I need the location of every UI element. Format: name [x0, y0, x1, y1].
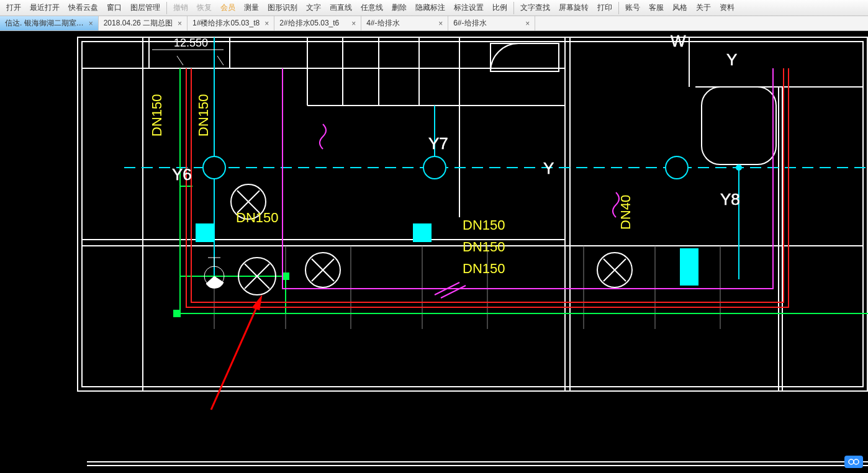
window-button[interactable]: 窗口 [103, 2, 125, 14]
svg-point-39 [736, 165, 741, 170]
svg-line-58 [211, 298, 261, 410]
tab-label: 1#楼给排水05.03_t8 [192, 18, 260, 29]
pipe-label: DN40 [618, 195, 633, 230]
redo-button[interactable]: 恢复 [193, 2, 215, 14]
document-tabbar: 信达. 银海御湖二期室… × 2018.04.26 二期总图 × 1#楼给排水0… [0, 16, 868, 31]
pipe-label: DN150 [236, 210, 278, 225]
separator [166, 2, 167, 14]
service-button[interactable]: 客服 [645, 2, 667, 14]
svg-rect-49 [413, 223, 432, 242]
drawing-canvas[interactable]: DN150 DN150 DN150 DN150 DN150 DN150 DN40… [0, 31, 868, 473]
tab-document-6[interactable]: 6#-给排水 × [448, 16, 535, 30]
find-text-button[interactable]: 文字查找 [517, 2, 554, 14]
main-toolbar: 打开 最近打开 快看云盘 窗口 图层管理 撤销 恢复 会员 测量 图形识别 文字… [0, 0, 868, 16]
tab-label: 6#-给排水 [453, 18, 520, 29]
style-button[interactable]: 风格 [669, 2, 691, 14]
delete-button[interactable]: 删除 [388, 2, 410, 14]
tab-label: 信达. 银海御湖二期室… [5, 18, 84, 29]
close-icon[interactable]: × [351, 19, 356, 28]
svg-rect-40 [174, 310, 180, 317]
svg-rect-48 [196, 223, 214, 242]
node-label: Y7 [428, 134, 448, 153]
hide-annot-button[interactable]: 隐藏标注 [412, 2, 449, 14]
svg-point-36 [203, 156, 225, 179]
node-label: Y8 [720, 190, 740, 209]
tab-label: 4#-给排水 [366, 18, 433, 29]
shape-recognize-button[interactable]: 图形识别 [264, 2, 301, 14]
tab-document-5[interactable]: 4#-给排水 × [361, 16, 448, 30]
pipe-label: DN150 [149, 94, 165, 137]
tab-document-2[interactable]: 2018.04.26 二期总图 × [99, 16, 188, 30]
svg-line-56 [177, 56, 183, 65]
svg-point-38 [666, 156, 688, 179]
close-icon[interactable]: × [89, 19, 93, 28]
node-label: Y [726, 50, 737, 69]
svg-rect-51 [680, 267, 698, 286]
scale-button[interactable]: 比例 [489, 2, 511, 14]
annot-setting-button[interactable]: 标注设置 [450, 2, 487, 14]
svg-rect-41 [283, 273, 289, 279]
svg-rect-50 [680, 248, 698, 267]
svg-point-61 [854, 459, 859, 464]
text-button[interactable]: 文字 [302, 2, 325, 14]
node-label: Y6 [172, 165, 192, 184]
node-label: W [671, 32, 686, 50]
rotate-screen-button[interactable]: 屏幕旋转 [555, 2, 592, 14]
resource-button[interactable]: 资料 [716, 2, 738, 14]
undo-button[interactable]: 撤销 [170, 2, 192, 14]
tab-document-3[interactable]: 1#楼给排水05.03_t8 × [188, 16, 274, 30]
recent-open-button[interactable]: 最近打开 [26, 2, 63, 14]
svg-point-60 [849, 459, 854, 464]
svg-line-57 [217, 56, 224, 65]
tab-document-1[interactable]: 信达. 银海御湖二期室… × [0, 16, 99, 30]
cad-drawing: DN150 DN150 DN150 DN150 DN150 DN150 DN40… [0, 31, 868, 473]
svg-line-47 [441, 286, 466, 298]
pipe-label: DN150 [463, 239, 505, 255]
svg-rect-15 [491, 43, 559, 71]
about-button[interactable]: 关于 [692, 2, 715, 14]
svg-rect-1 [82, 42, 863, 387]
arbitrary-line-button[interactable]: 任意线 [357, 2, 387, 14]
account-button[interactable]: 账号 [622, 2, 644, 14]
separator [618, 2, 619, 14]
separator [513, 2, 514, 14]
tab-document-4[interactable]: 2#给排水05.03_t6 × [274, 16, 361, 30]
open-button[interactable]: 打开 [2, 2, 25, 14]
svg-rect-0 [78, 37, 867, 391]
close-icon[interactable]: × [264, 19, 269, 28]
cloud-badge-icon[interactable] [844, 456, 863, 468]
node-label: Y [543, 159, 554, 178]
quick-cloud-button[interactable]: 快看云盘 [65, 2, 102, 14]
dimension-label: 12.550 [174, 37, 208, 49]
close-icon[interactable]: × [178, 19, 182, 28]
layer-mgmt-button[interactable]: 图层管理 [127, 2, 164, 14]
member-button[interactable]: 会员 [217, 2, 239, 14]
tab-label: 2018.04.26 二期总图 [104, 18, 173, 29]
measure-button[interactable]: 测量 [240, 2, 263, 14]
pipe-label: DN150 [196, 94, 211, 137]
close-icon[interactable]: × [525, 19, 530, 28]
print-button[interactable]: 打印 [594, 2, 616, 14]
svg-point-37 [423, 156, 446, 179]
tab-label: 2#给排水05.03_t6 [279, 18, 346, 29]
pipe-label: DN150 [463, 217, 505, 233]
draw-line-button[interactable]: 画直线 [326, 2, 356, 14]
svg-rect-16 [702, 87, 776, 164]
pipe-label: DN150 [463, 261, 505, 276]
close-icon[interactable]: × [438, 19, 443, 28]
svg-marker-59 [253, 298, 261, 309]
